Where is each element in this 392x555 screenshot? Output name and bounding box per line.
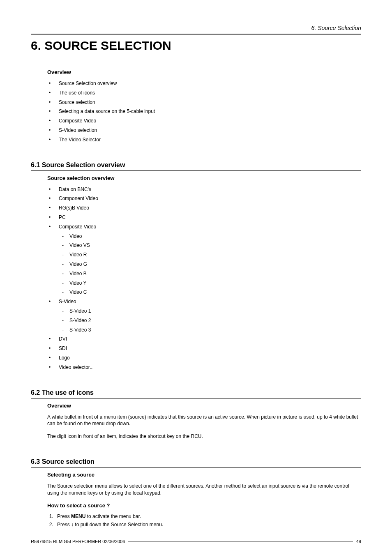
list-item: S-Video 1 (59, 308, 361, 315)
section-6-2-subheading: Overview (47, 403, 361, 409)
overview-heading: Overview (47, 69, 361, 75)
section-rule (31, 170, 361, 171)
list-item: Selecting a data source on the 5-cable i… (47, 108, 361, 115)
list-item: Video G (59, 261, 361, 268)
list-item: Video R (59, 251, 361, 258)
list-item: Logo (47, 355, 361, 362)
step-item: Press MENU to activate the menu bar. (55, 514, 361, 519)
step-suffix: to activate the menu bar. (85, 514, 141, 519)
section-6-1-subheading: Source selection overview (47, 175, 361, 181)
section-rule (31, 467, 361, 467)
list-item: Video (59, 233, 361, 240)
paragraph: The digit icon in front of an item, indi… (47, 433, 361, 440)
sub-list: Video Video VS Video R Video G Video B V… (59, 233, 361, 296)
section-rule (31, 398, 361, 398)
list-item: Video B (59, 270, 361, 277)
section-6-2-heading: 6.2 The use of icons (31, 389, 361, 396)
list-item: SDI (47, 345, 361, 352)
section-6-3-subheading-2: How to select a source ? (47, 502, 361, 509)
list-item: Video VS (59, 242, 361, 249)
list-item: S-Video selection (47, 127, 361, 134)
list-item: Component Video (47, 195, 361, 202)
header-rule (31, 34, 361, 35)
list-item: RG(s)B Video (47, 205, 361, 212)
source-list: Data on BNC's Component Video RG(s)B Vid… (47, 186, 361, 371)
list-item: Source selection (47, 99, 361, 106)
page-footer: R5976815 RLM G5I PERFORMER 02/06/2006 49 (31, 539, 361, 544)
list-item: Data on BNC's (47, 186, 361, 193)
step-bold: MENU (71, 514, 85, 519)
list-item: The Video Selector (47, 136, 361, 143)
footer-left: R5976815 RLM G5I PERFORMER 02/06/2006 (31, 539, 125, 544)
section-6-3-subheading-1: Selecting a source (47, 472, 361, 478)
running-header: 6. Source Selection (31, 25, 361, 31)
list-item: Video C (59, 289, 361, 296)
chapter-title: 6. SOURCE SELECTION (31, 39, 361, 53)
list-item-label: S-Video (59, 299, 76, 304)
section-6-3-heading: 6.3 Source selection (31, 458, 361, 465)
list-item: Video selector... (47, 364, 361, 371)
footer-page-number: 49 (356, 539, 361, 544)
paragraph: The Source selection menu allows to sele… (47, 483, 361, 497)
sub-list: S-Video 1 S-Video 2 S-Video 3 (59, 308, 361, 333)
list-item: PC (47, 214, 361, 221)
list-item: Source Selection overview (47, 80, 361, 87)
list-item: The use of icons (47, 90, 361, 97)
list-item: DVI (47, 336, 361, 343)
step-item: Press ↓ to pull down the Source Selectio… (55, 522, 361, 527)
list-item: S-Video 2 (59, 317, 361, 324)
footer-rule (128, 541, 353, 541)
list-item: Composite Video Video Video VS Video R V… (47, 223, 361, 296)
paragraph: A white bullet in front of a menu item (… (47, 414, 361, 428)
list-item: Video Y (59, 280, 361, 287)
overview-list: Source Selection overview The use of ico… (47, 80, 361, 143)
steps-list: Press MENU to activate the menu bar. Pre… (47, 514, 361, 527)
step-prefix: Press (57, 514, 71, 519)
list-item: S-Video 3 (59, 327, 361, 334)
list-item-label: Composite Video (59, 224, 96, 230)
list-item: S-Video S-Video 1 S-Video 2 S-Video 3 (47, 298, 361, 333)
section-6-1-heading: 6.1 Source Selection overview (31, 161, 361, 169)
list-item: Composite Video (47, 117, 361, 124)
